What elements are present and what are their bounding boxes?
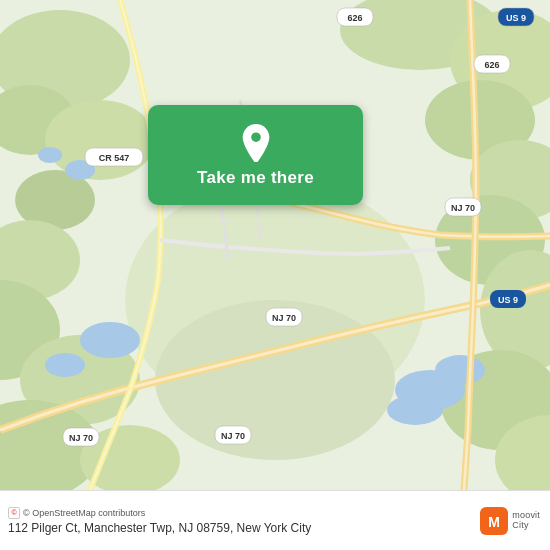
osm-text: © OpenStreetMap contributors bbox=[23, 508, 145, 518]
bottom-bar: © © OpenStreetMap contributors 112 Pilge… bbox=[0, 490, 550, 550]
location-pin-icon bbox=[238, 122, 274, 162]
openstreetmap-logo: © bbox=[8, 507, 20, 519]
svg-text:US 9: US 9 bbox=[498, 295, 518, 305]
take-me-there-label: Take me there bbox=[197, 168, 314, 188]
map-background: CR 547 626 626 US 9 NJ 70 NJ 70 NJ 70 NJ… bbox=[0, 0, 550, 490]
svg-point-3 bbox=[45, 100, 155, 180]
svg-text:NJ 70: NJ 70 bbox=[69, 433, 93, 443]
osm-attribution: © © OpenStreetMap contributors bbox=[8, 507, 480, 519]
map-container: CR 547 626 626 US 9 NJ 70 NJ 70 NJ 70 NJ… bbox=[0, 0, 550, 490]
svg-text:M: M bbox=[488, 514, 500, 530]
svg-point-45 bbox=[251, 132, 261, 142]
address-section: © © OpenStreetMap contributors 112 Pilge… bbox=[8, 507, 480, 535]
svg-text:NJ 70: NJ 70 bbox=[272, 313, 296, 323]
svg-point-21 bbox=[45, 353, 85, 377]
svg-text:626: 626 bbox=[347, 13, 362, 23]
svg-text:NJ 70: NJ 70 bbox=[221, 431, 245, 441]
moovit-logo[interactable]: M moovit City bbox=[480, 507, 540, 535]
svg-text:NJ 70: NJ 70 bbox=[451, 203, 475, 213]
svg-point-26 bbox=[38, 147, 62, 163]
address-text: 112 Pilger Ct, Manchester Twp, NJ 08759,… bbox=[8, 521, 480, 535]
take-me-there-card[interactable]: Take me there bbox=[148, 105, 363, 205]
svg-text:CR 547: CR 547 bbox=[99, 153, 130, 163]
svg-text:US 9: US 9 bbox=[506, 13, 526, 23]
moovit-icon: M bbox=[480, 507, 508, 535]
moovit-text: moovit City bbox=[512, 511, 540, 531]
svg-point-24 bbox=[387, 395, 443, 425]
svg-text:626: 626 bbox=[484, 60, 499, 70]
svg-point-23 bbox=[435, 355, 485, 385]
svg-point-20 bbox=[80, 322, 140, 358]
